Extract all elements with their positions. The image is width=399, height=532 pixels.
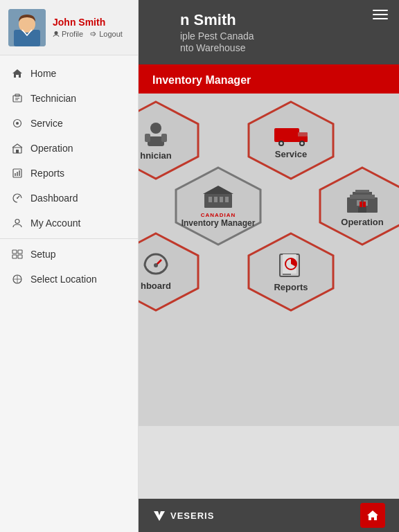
service-icon bbox=[11, 117, 24, 130]
sidebar-item-technician[interactable]: Technician bbox=[0, 86, 138, 111]
svg-rect-43 bbox=[220, 197, 223, 202]
svg-point-37 bbox=[301, 142, 303, 145]
svg-marker-33 bbox=[298, 132, 308, 136]
my-account-icon bbox=[11, 217, 24, 229]
reports-label: Reports bbox=[274, 282, 308, 292]
header-company: iple Pest Canada bbox=[180, 30, 385, 42]
svg-rect-56 bbox=[363, 204, 366, 207]
sidebar-divider bbox=[0, 238, 138, 239]
sidebar-item-my-account[interactable]: My Account bbox=[0, 211, 138, 236]
select-location-icon bbox=[11, 273, 24, 285]
dashboard-label: hboard bbox=[141, 281, 171, 291]
hex-reports[interactable]: Reports bbox=[246, 232, 336, 312]
sidebar-item-select-location[interactable]: Select Location bbox=[0, 267, 138, 292]
svg-rect-55 bbox=[360, 204, 362, 207]
svg-rect-52 bbox=[358, 207, 366, 213]
sidebar: John Smith Profile Logout Home bbox=[0, 0, 139, 532]
svg-marker-40 bbox=[203, 186, 233, 194]
svg-rect-42 bbox=[214, 197, 218, 202]
hex-dashboard-container: hboard bbox=[139, 232, 201, 312]
svg-rect-12 bbox=[16, 150, 19, 153]
logout-link[interactable]: Logout bbox=[90, 30, 123, 38]
hamburger-button[interactable] bbox=[373, 10, 388, 19]
sidebar-item-reports[interactable]: Reports bbox=[0, 161, 138, 186]
sidebar-item-home[interactable]: Home bbox=[0, 61, 138, 86]
veseris-v-icon bbox=[152, 508, 166, 522]
reports-icon bbox=[11, 167, 24, 179]
technician-icon bbox=[11, 92, 24, 105]
hex-grid: hnician bbox=[139, 94, 399, 426]
svg-marker-66 bbox=[154, 511, 165, 521]
veseris-logo-area: VESERIS bbox=[152, 508, 214, 522]
home-icon bbox=[11, 67, 24, 80]
header-user-name: n Smith bbox=[180, 11, 385, 29]
sidebar-item-service[interactable]: Service bbox=[0, 111, 138, 136]
sidebar-user-info: John Smith Profile Logout bbox=[53, 17, 123, 38]
svg-point-10 bbox=[16, 122, 19, 125]
svg-rect-41 bbox=[209, 197, 212, 202]
svg-point-59 bbox=[154, 263, 158, 267]
inventory-label: CANADIAN Inventory Manager bbox=[181, 212, 256, 228]
sidebar-nav: Home Technician Service Operation Report… bbox=[0, 55, 138, 297]
svg-rect-49 bbox=[355, 190, 369, 193]
home-button[interactable] bbox=[360, 503, 385, 528]
technician-label: hnician bbox=[140, 150, 172, 161]
dashboard-icon bbox=[11, 192, 24, 204]
main-header: n Smith iple Pest Canada nto Warehouse bbox=[139, 0, 399, 64]
svg-point-36 bbox=[280, 142, 283, 145]
sidebar-item-operation[interactable]: Operation bbox=[0, 136, 138, 161]
sidebar-item-dashboard[interactable]: Dashboard bbox=[0, 186, 138, 211]
sidebar-item-setup[interactable]: Setup bbox=[0, 242, 138, 267]
svg-rect-47 bbox=[350, 195, 375, 199]
hex-reports-container: Reports bbox=[246, 232, 336, 312]
profile-link[interactable]: Profile bbox=[53, 30, 83, 38]
svg-point-3 bbox=[55, 31, 58, 35]
main-footer: VESERIS bbox=[139, 499, 399, 532]
svg-rect-53 bbox=[360, 202, 362, 204]
svg-rect-31 bbox=[274, 128, 299, 142]
svg-rect-21 bbox=[18, 250, 22, 254]
operation-icon bbox=[11, 142, 24, 154]
sidebar-user-profile: John Smith Profile Logout bbox=[0, 0, 138, 55]
svg-rect-23 bbox=[18, 255, 22, 258]
inventory-manager-banner: Inventory Manager bbox=[139, 67, 399, 94]
hex-dashboard[interactable]: hboard bbox=[139, 232, 201, 312]
svg-rect-54 bbox=[363, 202, 366, 204]
veseris-label: VESERIS bbox=[170, 511, 214, 521]
svg-point-18 bbox=[17, 197, 18, 199]
setup-icon bbox=[11, 248, 24, 260]
sidebar-user-links: Profile Logout bbox=[53, 30, 123, 38]
service-label: Service bbox=[275, 149, 307, 159]
main-content: n Smith iple Pest Canada nto Warehouse I… bbox=[139, 0, 399, 532]
svg-rect-28 bbox=[145, 134, 150, 142]
svg-rect-20 bbox=[12, 250, 17, 254]
operation-label: Operation bbox=[341, 217, 383, 227]
svg-rect-29 bbox=[161, 134, 167, 142]
sidebar-user-name: John Smith bbox=[53, 17, 123, 28]
svg-point-26 bbox=[150, 123, 161, 134]
avatar bbox=[8, 9, 46, 46]
svg-point-19 bbox=[15, 220, 19, 224]
header-location: nto Warehouse bbox=[180, 42, 385, 53]
svg-rect-22 bbox=[12, 255, 17, 258]
svg-rect-44 bbox=[225, 197, 229, 202]
svg-rect-4 bbox=[91, 33, 95, 35]
